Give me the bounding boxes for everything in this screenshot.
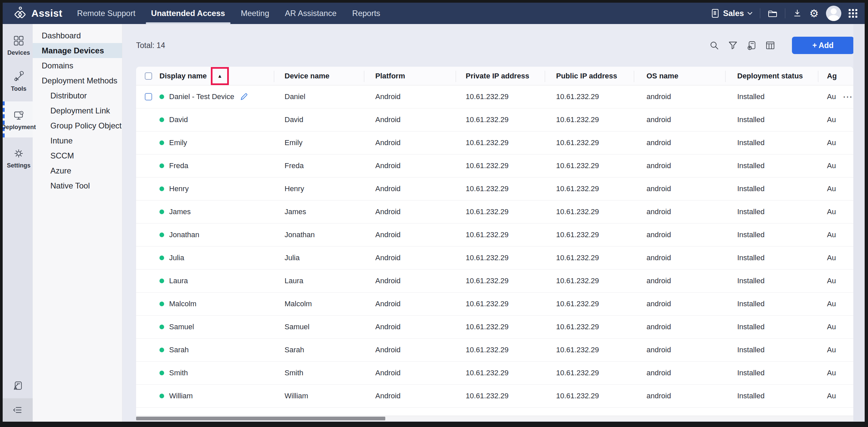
os-name-text: android: [634, 154, 725, 177]
private-ip-text: 10.61.232.29: [456, 339, 545, 361]
rail-item-deployment[interactable]: Deployment: [3, 101, 33, 138]
table-row[interactable]: Smith Smith Android 10.61.232.29 10.61.2…: [136, 362, 853, 385]
agent-version-text: Au: [827, 253, 836, 262]
column-platform[interactable]: Platform: [364, 67, 456, 85]
rail-item-settings[interactable]: Settings: [3, 142, 33, 174]
tab-ar-assistance[interactable]: AR Assistance: [285, 3, 337, 24]
sidebar-item-sccm[interactable]: SCCM: [33, 148, 122, 163]
column-device-name[interactable]: Device name: [274, 67, 364, 85]
assist-logo-icon: [13, 6, 27, 21]
display-name-text: Julia: [169, 253, 184, 262]
brand[interactable]: Assist: [13, 6, 62, 21]
device-name-text: Samuel: [274, 315, 364, 338]
table-row[interactable]: Sarah Sarah Android 10.61.232.29 10.61.2…: [136, 339, 853, 362]
os-name-text: android: [634, 109, 725, 131]
platform-text: Android: [364, 131, 456, 154]
table-row[interactable]: Jonathan Jonathan Android 10.61.232.29 1…: [136, 223, 853, 246]
column-deployment-status[interactable]: Deployment status: [725, 67, 818, 85]
org-selector[interactable]: Sales: [711, 8, 752, 18]
sidebar-item-native-tool[interactable]: Native Tool: [33, 178, 122, 193]
deployment-status-text: Installed: [725, 270, 818, 292]
search-icon[interactable]: [709, 40, 719, 50]
sidebar-item-group-policy-object[interactable]: Group Policy Object: [33, 118, 122, 133]
table-row[interactable]: James James Android 10.61.232.29 10.61.2…: [136, 201, 853, 223]
device-name-text: David: [274, 109, 364, 131]
org-name: Sales: [723, 9, 744, 18]
rail-label: Deployment: [1, 124, 36, 131]
table-row[interactable]: Samuel Samuel Android 10.61.232.29 10.61…: [136, 315, 853, 339]
sort-ascending-icon[interactable]: ▲: [217, 73, 222, 79]
table-row[interactable]: Freda Freda Android 10.61.232.29 10.61.2…: [136, 154, 853, 178]
rail-item-tools[interactable]: Tools: [3, 65, 33, 97]
row-checkbox[interactable]: [145, 93, 152, 100]
horizontal-scrollbar[interactable]: [136, 416, 853, 421]
table-row[interactable]: Laura Laura Android 10.61.232.29 10.61.2…: [136, 270, 853, 293]
platform-text: Android: [364, 315, 456, 338]
agent-version-text: Au: [827, 392, 836, 400]
sidebar-item-azure[interactable]: Azure: [33, 163, 122, 178]
tab-remote-support[interactable]: Remote Support: [77, 3, 135, 24]
table-row[interactable]: Henry Henry Android 10.61.232.29 10.61.2…: [136, 178, 853, 201]
rail-item-devices[interactable]: Devices: [3, 29, 33, 61]
column-public-ip[interactable]: Public IP address: [545, 67, 634, 85]
tab-meeting[interactable]: Meeting: [241, 3, 269, 24]
tools-icon: [13, 71, 24, 82]
tab-unattended-access[interactable]: Unattended Access: [151, 3, 225, 24]
sidebar-item-dashboard[interactable]: Dashboard: [33, 28, 122, 43]
apps-grid-icon[interactable]: [849, 9, 857, 18]
online-status-dot: [159, 325, 164, 329]
deployment-status-text: Installed: [725, 178, 818, 200]
sidebar-item-intune[interactable]: Intune: [33, 133, 122, 148]
feedback-note-icon[interactable]: [3, 380, 33, 391]
os-name-text: android: [634, 201, 725, 223]
vertical-scrollbar[interactable]: [853, 24, 865, 422]
os-name-text: android: [634, 131, 725, 154]
column-display-name[interactable]: Display name ▲: [157, 67, 274, 85]
table-row[interactable]: Emily Emily Android 10.61.232.29 10.61.2…: [136, 131, 853, 154]
sidebar-item-manage-devices[interactable]: Manage Devices: [33, 43, 122, 58]
sidebar-item-domains[interactable]: Domains: [33, 58, 122, 73]
collapse-sidebar-icon[interactable]: [3, 398, 33, 422]
select-all-checkbox[interactable]: [145, 72, 152, 80]
column-os-name[interactable]: OS name: [634, 67, 725, 85]
device-table-body: Daniel - Test Device Daniel Android 10.6…: [136, 85, 853, 408]
display-name-text: Smith: [169, 369, 188, 377]
user-avatar[interactable]: [826, 6, 841, 21]
row-menu-icon[interactable]: ⋯: [843, 92, 852, 102]
table-columns-icon[interactable]: [765, 40, 775, 50]
table-row[interactable]: Julia Julia Android 10.61.232.29 10.61.2…: [136, 246, 853, 270]
public-ip-text: 10.61.232.29: [545, 270, 634, 292]
agent-version-text: Au: [827, 323, 836, 331]
column-agent[interactable]: Ag: [818, 67, 853, 85]
tab-reports[interactable]: Reports: [352, 3, 380, 24]
display-name-text: David: [169, 115, 188, 124]
total-count: Total: 14: [136, 41, 165, 50]
annotation-highlight-box: ▲: [211, 67, 229, 85]
horizontal-scrollbar-thumb[interactable]: [136, 417, 385, 420]
table-row[interactable]: Malcolm Malcolm Android 10.61.232.29 10.…: [136, 293, 853, 315]
public-ip-text: 10.61.232.29: [545, 339, 634, 361]
table-row[interactable]: Daniel - Test Device Daniel Android 10.6…: [136, 85, 853, 109]
platform-text: Android: [364, 339, 456, 361]
main-content: Total: 14: [122, 24, 865, 422]
os-name-text: android: [634, 178, 725, 200]
download-icon[interactable]: [793, 9, 802, 18]
sidebar-item-deployment-link[interactable]: Deployment Link: [33, 103, 122, 118]
files-folder-icon[interactable]: [768, 9, 778, 18]
sidebar-item-deployment-methods[interactable]: Deployment Methods: [33, 73, 122, 88]
display-name-text: Freda: [169, 161, 188, 170]
table-row[interactable]: David David Android 10.61.232.29 10.61.2…: [136, 109, 853, 131]
filter-icon[interactable]: [728, 40, 738, 50]
private-ip-text: 10.61.232.29: [456, 315, 545, 338]
add-device-button[interactable]: + Add: [792, 37, 854, 54]
settings-gear-icon[interactable]: ⚙: [809, 8, 818, 19]
private-ip-text: 10.61.232.29: [456, 178, 545, 200]
column-private-ip[interactable]: Private IP address: [456, 67, 545, 85]
sidebar-item-distributor[interactable]: Distributor: [33, 88, 122, 103]
edit-icon[interactable]: [240, 92, 248, 101]
export-icon[interactable]: [747, 40, 756, 50]
platform-text: Android: [364, 223, 456, 246]
table-row[interactable]: William William Android 10.61.232.29 10.…: [136, 385, 853, 408]
rail-label: Settings: [7, 162, 30, 169]
os-name-text: android: [634, 293, 725, 315]
